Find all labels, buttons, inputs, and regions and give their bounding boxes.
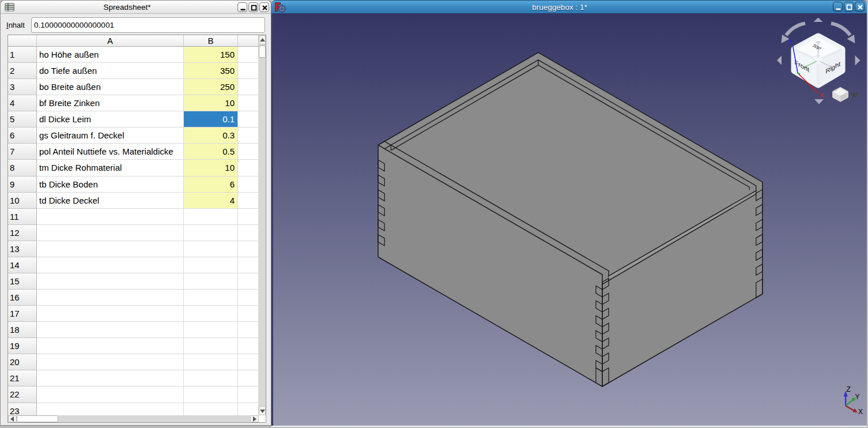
svg-text:X: X bbox=[820, 92, 824, 99]
svg-text:X: X bbox=[858, 408, 863, 416]
svg-text:Y: Y bbox=[855, 393, 860, 401]
svg-text:Z: Z bbox=[847, 385, 851, 393]
svg-text:Z: Z bbox=[788, 39, 792, 46]
